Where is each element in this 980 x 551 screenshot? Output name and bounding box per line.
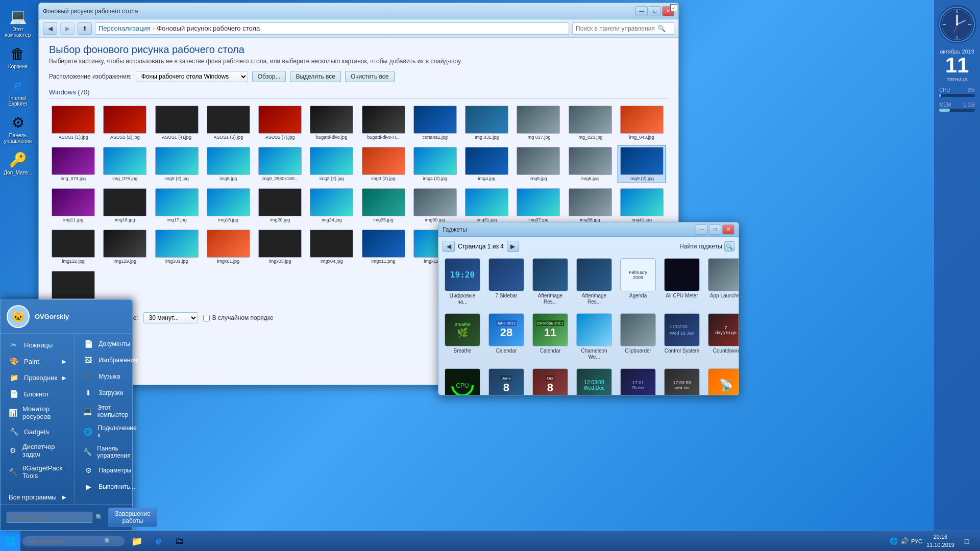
image-item[interactable]: imgx11.png bbox=[359, 228, 408, 266]
image-item[interactable]: img5.jpg bbox=[514, 145, 562, 183]
image-item[interactable]: img6.jpg bbox=[566, 145, 615, 183]
image-item[interactable]: img4.jpg bbox=[462, 145, 511, 183]
start-menu-item-parameters[interactable]: ⚙ Параметры bbox=[75, 462, 145, 479]
image-item[interactable]: Img 031.jpg bbox=[462, 104, 511, 142]
start-menu-item-paint[interactable]: 🎨 Paint ▶ bbox=[1, 353, 75, 369]
image-item[interactable]: img31.jpg bbox=[462, 186, 511, 224]
start-menu-item-scissors[interactable]: ✂ Ножницы bbox=[1, 337, 75, 353]
start-menu-item-downloads[interactable]: ⬇ Загрузки bbox=[75, 385, 145, 401]
image-item[interactable]: img30.jpg bbox=[411, 186, 459, 224]
desktop-icon-extra[interactable]: 🔑 Доп_Мате... bbox=[2, 148, 34, 178]
image-item[interactable]: img0 (2).jpg bbox=[153, 145, 201, 183]
desktop-icon-ie[interactable]: ℯ Internet Explorer bbox=[2, 74, 34, 109]
image-item[interactable]: bugatti-divo-H... bbox=[359, 104, 408, 142]
image-item[interactable]: img25.jpg bbox=[359, 186, 408, 224]
select-all-button[interactable]: Выделить все bbox=[290, 71, 341, 82]
image-item[interactable]: img301.jpg bbox=[153, 228, 201, 266]
forward-button[interactable]: ▶ bbox=[60, 22, 75, 35]
gadget-item[interactable]: App Launcher bbox=[706, 256, 739, 307]
desktop-icon-computer[interactable]: 💻 Этот компьютер bbox=[2, 5, 34, 40]
image-item[interactable]: img0.jpg bbox=[204, 145, 253, 183]
image-item[interactable]: img122.jpg bbox=[49, 228, 97, 266]
gadget-item[interactable]: 7days to goCountdown bbox=[706, 311, 739, 362]
gadgets-prev-button[interactable]: ◀ bbox=[443, 241, 455, 252]
gadget-item[interactable]: 17:02:55Wed 19 JanControl System bbox=[662, 311, 702, 362]
start-menu-item-pictures[interactable]: 🖼 Изображения bbox=[75, 352, 145, 368]
interval-select[interactable]: 30 минут... bbox=[143, 312, 198, 323]
maximize-button[interactable]: □ bbox=[649, 6, 661, 16]
gadget-item[interactable]: CPUCPU Utilization bbox=[443, 366, 482, 395]
gadgets-close[interactable]: ✕ bbox=[722, 224, 734, 235]
gadget-item[interactable]: June8Custom Calendar bbox=[486, 366, 526, 395]
image-item[interactable]: img0_2560x160... bbox=[256, 145, 304, 183]
action-center-button[interactable]: □ bbox=[959, 531, 975, 552]
image-item[interactable]: img_075.jpg bbox=[101, 145, 149, 183]
image-item[interactable]: ASUS1 (2).jpg bbox=[101, 104, 149, 142]
gadgets-minimize[interactable]: — bbox=[696, 224, 708, 235]
tray-lang[interactable]: РУС bbox=[911, 538, 922, 544]
image-item[interactable]: img_023.jpg bbox=[566, 104, 615, 142]
image-item[interactable]: ASUS1 (4).jpg bbox=[153, 104, 201, 142]
gadget-item[interactable]: 7 Sidebar bbox=[486, 256, 526, 307]
start-menu-item-notepad[interactable]: 📄 Блокнот bbox=[1, 386, 75, 402]
image-item[interactable]: img18.jpg bbox=[204, 186, 253, 224]
image-item[interactable]: ASUS1 (1).jpg bbox=[49, 104, 97, 142]
gadget-item[interactable]: Chameleon We... bbox=[574, 311, 614, 362]
taskbar-search-input[interactable] bbox=[28, 538, 104, 545]
start-menu-item-resource-monitor[interactable]: 📊 Монитор ресурсов bbox=[1, 402, 75, 423]
start-menu-item-control-panel[interactable]: 🔧 Панель управления bbox=[75, 442, 145, 462]
gadget-item[interactable]: Clipboarder bbox=[618, 311, 658, 362]
random-checkbox[interactable] bbox=[203, 315, 210, 321]
image-item[interactable]: imgx03.jpg bbox=[256, 228, 304, 266]
gadget-item[interactable]: All CPU Meter bbox=[662, 256, 702, 307]
start-menu-item-task-manager[interactable]: ⚙ Диспетчер задач bbox=[1, 440, 75, 461]
image-item[interactable]: img37.jpg bbox=[514, 186, 562, 224]
gadget-item[interactable]: Afterimage Res... bbox=[574, 256, 614, 307]
up-button[interactable]: ⬆ bbox=[78, 22, 92, 35]
gadget-item[interactable]: June 201128Calendar bbox=[486, 311, 526, 362]
start-menu-item-documents[interactable]: 📄 Документы bbox=[75, 336, 145, 352]
start-menu-item-gadgets[interactable]: 🔧 Gadgets bbox=[1, 423, 75, 440]
location-select[interactable]: Фоны рабочего стола Windows bbox=[136, 71, 248, 82]
image-item[interactable]: img3 (2).jpg bbox=[359, 145, 408, 183]
start-button[interactable] bbox=[0, 531, 20, 552]
image-item[interactable]: ASUS1 (7).jpg bbox=[256, 104, 304, 142]
image-item[interactable]: imgx01.jpg bbox=[204, 228, 253, 266]
gadget-item[interactable]: 12:03:00Wed,DecDate & Time bbox=[574, 366, 614, 395]
image-item[interactable]: img4 (2).jpg bbox=[411, 145, 459, 183]
gadget-item[interactable]: 📡Desktop Feed R... bbox=[706, 366, 739, 395]
gadget-item[interactable]: Окт8Custom Calendar bbox=[530, 366, 570, 395]
image-item[interactable]: img_043.jpg bbox=[618, 104, 666, 142]
start-menu-item-music[interactable]: 🎵 Музыка bbox=[75, 368, 145, 385]
image-item[interactable]: ✓img9 (2).jpg bbox=[618, 145, 666, 183]
tray-network-icon[interactable]: 🌐 bbox=[890, 537, 898, 545]
image-item[interactable]: img2 (2).jpg bbox=[307, 145, 356, 183]
tray-volume-icon[interactable]: 🔊 bbox=[900, 537, 909, 545]
desktop-icon-recycle[interactable]: 🗑 Корзина bbox=[2, 42, 34, 71]
image-item[interactable]: img129.jpg bbox=[101, 228, 149, 266]
start-menu-item-8gadget[interactable]: 🔨 8GadgetPack Tools bbox=[1, 461, 75, 483]
image-item[interactable]: img24.jpg bbox=[307, 186, 356, 224]
clear-all-button[interactable]: Очистить все bbox=[345, 71, 394, 82]
browse-button[interactable]: Обзор... bbox=[252, 71, 286, 82]
gadget-item[interactable]: Breathe🌿Breathe bbox=[443, 311, 482, 362]
gadget-item[interactable]: 17:01ПятниDate Time bbox=[618, 366, 658, 395]
image-item[interactable]: ASUS1 (6).jpg bbox=[204, 104, 253, 142]
start-menu-item-connect[interactable]: 🌐 Подключение к bbox=[75, 421, 145, 442]
breadcrumb-personalization[interactable]: Персонализация bbox=[99, 24, 151, 32]
gadget-item[interactable]: Октябрь 201111Calendar bbox=[530, 311, 570, 362]
image-item[interactable]: imgx04.jpg bbox=[307, 228, 356, 266]
start-search-input[interactable] bbox=[7, 512, 92, 523]
image-item[interactable]: img20.jpg bbox=[256, 186, 304, 224]
image-item[interactable]: img17.jpg bbox=[153, 186, 201, 224]
image-item[interactable]: img41.jpg bbox=[618, 186, 666, 224]
search-input[interactable] bbox=[576, 25, 657, 32]
image-item[interactable]: bugatti-divo.jpg bbox=[307, 104, 356, 142]
taskbar-item-file-manager[interactable]: 📁 bbox=[127, 531, 147, 552]
image-item[interactable]: Img 037.jpg bbox=[514, 104, 562, 142]
start-menu-item-this-computer[interactable]: 💻 Этот компьютер bbox=[75, 401, 145, 421]
gadget-item[interactable]: Afterimage Res... bbox=[530, 256, 570, 307]
shutdown-button[interactable]: Завершение работы bbox=[108, 508, 157, 527]
gadget-item[interactable]: February2009Agenda bbox=[618, 256, 658, 307]
taskbar-item-explorer2[interactable]: 🗂 bbox=[169, 531, 190, 552]
